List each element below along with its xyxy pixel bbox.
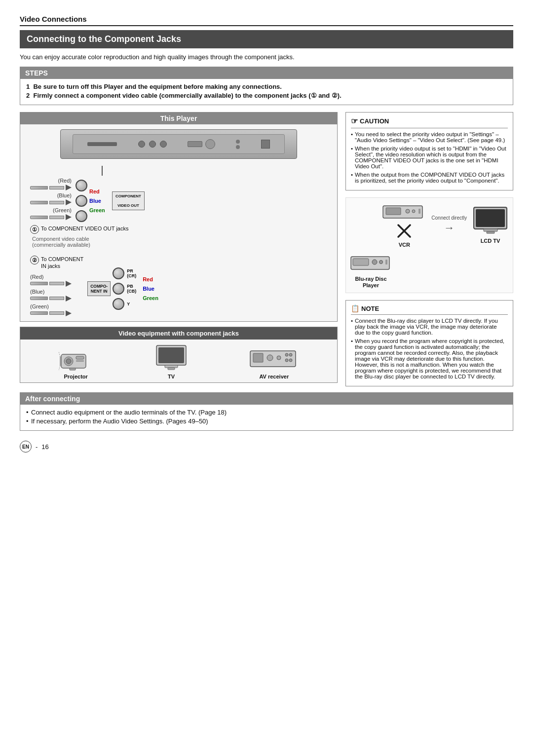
step-1: 1 Be sure to turn off this Player and th… (26, 83, 507, 90)
svg-rect-30 (484, 229, 497, 231)
svg-rect-4 (76, 360, 84, 362)
svg-rect-25 (419, 209, 420, 214)
connect-directly-label: Connect directly (431, 215, 467, 221)
section-title: Video Connections (20, 15, 513, 26)
note-header: 📋 NOTE (351, 304, 508, 315)
projector-device: Projector (59, 349, 93, 379)
projector-icon (59, 349, 93, 372)
svg-rect-14 (253, 353, 263, 362)
conn1-label: To COMPONENT VIDEO OUT jacks (41, 225, 128, 232)
component-out-box: COMPONENTVIDEO OUT (112, 191, 145, 211)
svg-point-17 (285, 353, 288, 356)
svg-point-16 (277, 356, 281, 360)
svg-rect-33 (353, 259, 369, 265)
caution-item-2: When the priority video output is set to… (351, 146, 508, 169)
svg-rect-11 (165, 365, 178, 368)
svg-point-19 (285, 359, 288, 362)
video-eq-header: Video equipment with component jacks (20, 327, 337, 340)
projector-label: Projector (64, 374, 88, 379)
svg-line-7 (59, 366, 60, 370)
after-item-1: Connect audio equipment or the audio ter… (26, 409, 507, 416)
vcr-icon (382, 202, 426, 222)
svg-rect-36 (385, 260, 387, 265)
bluray-label: Blu-ray DiscPlayer (355, 276, 386, 289)
svg-rect-8 (70, 368, 76, 370)
steps-box: STEPS 1 Be sure to turn off this Player … (20, 67, 513, 105)
svg-point-2 (66, 359, 71, 364)
cable-info: Component video cable(commercially avail… (32, 236, 145, 248)
after-connecting-box: After connecting Connect audio equipment… (20, 392, 513, 431)
vcr-lcd-area: VCR Connect directly → LCD TV (345, 197, 513, 293)
svg-rect-31 (487, 231, 495, 233)
svg-rect-22 (386, 208, 401, 215)
note-item-2: When you record the program where copyri… (351, 338, 508, 379)
main-title: Connecting to the Component Jacks (20, 30, 513, 48)
red-label: Red (89, 189, 108, 194)
circle-num-1: ① (30, 225, 39, 234)
steps-header: STEPS (20, 67, 513, 79)
svg-line-6 (59, 352, 60, 357)
after-item-2: If necessary, perform the Audio Video Se… (26, 417, 507, 425)
intro-text: You can enjoy accurate color reproductio… (20, 53, 513, 61)
vcr-label: VCR (399, 242, 410, 248)
after-connecting-header: After connecting (20, 393, 513, 405)
blue-label: Blue (89, 198, 108, 204)
note-item-1: Connect the Blu-ray disc player to LCD T… (351, 318, 508, 336)
caution-box: ☞ CAUTION You need to select the priorit… (345, 112, 513, 190)
this-player-header: This Player (20, 113, 337, 124)
caution-item-1: You need to select the priority video ou… (351, 131, 508, 143)
bluray-player-icon (350, 254, 392, 274)
page-footer: EN - 16 (20, 441, 513, 453)
svg-point-35 (380, 261, 383, 264)
svg-point-23 (406, 209, 410, 213)
svg-rect-12 (168, 368, 175, 370)
video-eq-box: Video equipment with component jacks (20, 327, 338, 383)
av-receiver-device: AV receiver (249, 347, 299, 379)
svg-point-34 (372, 260, 377, 265)
step-2: 2 Firmly connect a component video cable… (26, 92, 507, 99)
x-mark-vcr (397, 224, 412, 238)
note-box: 📋 NOTE Connect the Blu-ray disc player t… (345, 300, 513, 386)
tv-icon (154, 344, 189, 372)
svg-rect-3 (76, 356, 84, 359)
svg-rect-10 (158, 347, 184, 363)
circle-num-2: ② (30, 256, 39, 265)
lcd-tv-label: LCD TV (481, 238, 500, 244)
caution-item-3: When the output from the COMPONENT VIDEO… (351, 172, 508, 184)
green-label: Green (89, 207, 108, 213)
player-device (60, 129, 297, 159)
tv-device: TV (154, 344, 189, 379)
page-number: 16 (41, 443, 48, 451)
svg-point-20 (289, 359, 292, 362)
svg-rect-29 (476, 209, 505, 227)
component-in-box: COMPO-NENT IN (87, 281, 111, 296)
av-receiver-label: AV receiver (259, 374, 289, 379)
tv-label: TV (168, 374, 175, 379)
this-player-box: This Player (20, 112, 338, 322)
svg-point-24 (412, 210, 415, 213)
svg-point-15 (267, 355, 273, 361)
caution-header: ☞ CAUTION (351, 116, 508, 128)
svg-point-18 (289, 353, 292, 356)
en-badge: EN (20, 441, 32, 453)
lcd-tv-icon (472, 206, 509, 236)
av-receiver-icon (249, 347, 299, 372)
conn2-label: To COMPONENTIN jacks (41, 256, 83, 270)
